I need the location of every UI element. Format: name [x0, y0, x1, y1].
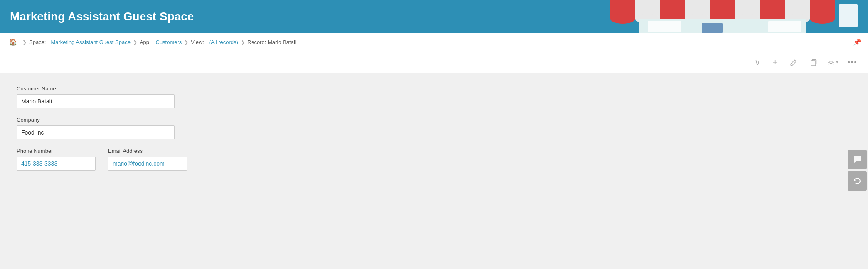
app-link[interactable]: Customers [156, 39, 182, 45]
space-link[interactable]: Marketing Assistant Guest Space [51, 39, 130, 45]
home-icon[interactable]: 🏠 [7, 37, 20, 48]
email-group: Email Address [108, 148, 187, 171]
settings-chevron: ▾ [836, 59, 838, 65]
chevron-down-button[interactable]: ∨ [752, 56, 763, 69]
main-content: Customer Name Company Phone Number Email… [0, 73, 868, 269]
email-input[interactable] [108, 157, 187, 171]
toolbar: ∨ + ▾ ••• [0, 51, 868, 73]
svg-point-15 [810, 14, 835, 24]
right-sidebar [846, 73, 868, 269]
view-link[interactable]: (All records) [209, 39, 238, 45]
breadcrumb-sep-4: ❯ [241, 39, 245, 45]
company-input[interactable] [17, 125, 175, 139]
edit-button[interactable] [787, 56, 800, 68]
copy-button[interactable] [807, 56, 820, 68]
svg-rect-19 [702, 23, 723, 33]
add-button[interactable]: + [770, 55, 780, 69]
svg-rect-18 [768, 21, 801, 32]
app-label: App: [140, 39, 151, 45]
customer-name-label: Customer Name [17, 86, 851, 92]
svg-rect-17 [648, 21, 681, 32]
phone-input[interactable] [17, 157, 96, 171]
breadcrumb-sep-2: ❯ [133, 39, 137, 45]
header-illustration [577, 0, 868, 33]
customer-name-input[interactable] [17, 94, 175, 108]
breadcrumb-bar: 🏠 ❯ Space: Marketing Assistant Guest Spa… [0, 33, 868, 51]
chat-button[interactable] [848, 150, 867, 169]
app-header: Marketing Assistant Guest Space [0, 0, 868, 33]
svg-point-22 [830, 61, 832, 64]
company-label: Company [17, 117, 851, 123]
app-title: Marketing Assistant Guest Space [10, 10, 194, 23]
breadcrumb-sep-3: ❯ [184, 39, 188, 45]
svg-rect-21 [811, 61, 816, 66]
pin-icon[interactable]: 📌 [853, 38, 861, 46]
contact-row: Phone Number Email Address [17, 148, 851, 171]
refresh-button[interactable] [848, 171, 867, 191]
company-group: Company [17, 117, 851, 139]
more-button[interactable]: ••• [845, 57, 860, 68]
record-label: Record: Mario Batali [247, 39, 296, 45]
space-label: Space: [29, 39, 46, 45]
customer-name-group: Customer Name [17, 86, 851, 108]
svg-rect-20 [839, 4, 858, 27]
svg-point-7 [610, 14, 635, 24]
phone-label: Phone Number [17, 148, 96, 154]
breadcrumb-sep-1: ❯ [22, 39, 27, 45]
email-label: Email Address [108, 148, 187, 154]
view-label: View: [191, 39, 204, 45]
settings-button[interactable]: ▾ [827, 58, 838, 66]
phone-group: Phone Number [17, 148, 96, 171]
